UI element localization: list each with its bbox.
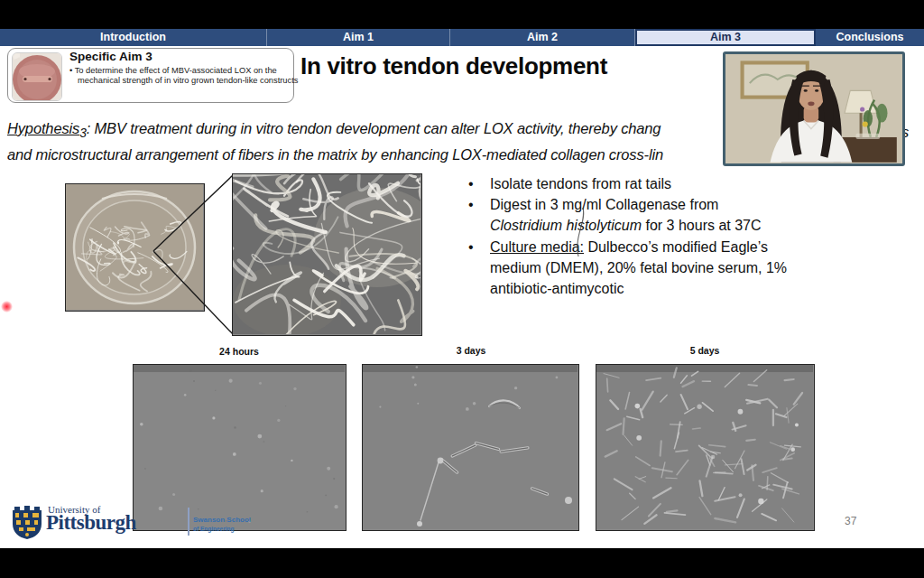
petri-construct-image (13, 53, 61, 100)
micrograph-label-5d: 5 days (690, 345, 720, 356)
nav-tab-introduction[interactable]: Introduction (0, 29, 267, 46)
slide-nav-bar: Introduction Aim 1 Aim 2 Aim 3 Conclusio… (0, 29, 924, 46)
slide-title: In vitro tendon development (300, 52, 607, 80)
slide-page-number: 37 (845, 515, 856, 527)
logo-school-line1: Swanson School (193, 516, 251, 524)
tendon-fibers-closeup-photo (232, 173, 422, 336)
presentation-frame: Introduction Aim 1 Aim 2 Aim 3 Conclusio… (0, 0, 924, 578)
methods-bullet-list: Isolate tendons from rat tails Digest in… (467, 173, 827, 299)
hypothesis-line2: and microstructural arrangement of fiber… (7, 144, 663, 165)
nav-tab-conclusions[interactable]: Conclusions (816, 29, 924, 46)
micrograph-3d (362, 364, 579, 531)
specific-aim-bullet-text: To determine the effect of MBV-associate… (75, 66, 299, 85)
micrograph-label-3d: 3 days (457, 345, 486, 356)
zoom-callout-lines (144, 170, 244, 341)
logo-school-line2: of Engineering (193, 526, 235, 532)
speaker-scene (725, 54, 902, 163)
hypothesis-line1: Hypothesis3: MBV treatment during in vit… (7, 118, 663, 144)
bullet-culture-media: Culture media: Dulbecco’s modified Eagle… (467, 237, 827, 300)
nav-tab-aim1[interactable]: Aim 1 (267, 29, 450, 46)
logo-pittsburgh: Pittsburgh (46, 511, 136, 535)
letterbox-bottom (0, 548, 924, 578)
tendon-construct-thumbnail (12, 52, 62, 101)
bullet-digest: Digest in 3 mg/ml Collagenase from Clost… (467, 194, 827, 236)
hypothesis-text: Hypothesis3: MBV treatment during in vit… (7, 118, 663, 164)
micrograph-label-24h: 24 hours (219, 346, 259, 357)
laser-pointer-dot (1, 301, 13, 312)
nav-tab-aim2[interactable]: Aim 2 (450, 29, 635, 46)
specific-aim-title: Specific Aim 3 (69, 50, 152, 63)
letterbox-top (0, 0, 924, 29)
specific-aim-bullet: • To determine the effect of MBV-associa… (69, 66, 303, 86)
logo-divider (188, 508, 189, 536)
micrograph-24h (133, 364, 346, 531)
pen-annotation-squiggle (570, 204, 594, 262)
nav-tab-aim3[interactable]: Aim 3 (635, 29, 816, 46)
micrograph-5d (596, 364, 815, 531)
bullet-isolate: Isolate tendons from rat tails (467, 173, 827, 194)
pitt-shield-icon (11, 506, 43, 540)
speaker-webcam-video[interactable] (723, 51, 905, 166)
